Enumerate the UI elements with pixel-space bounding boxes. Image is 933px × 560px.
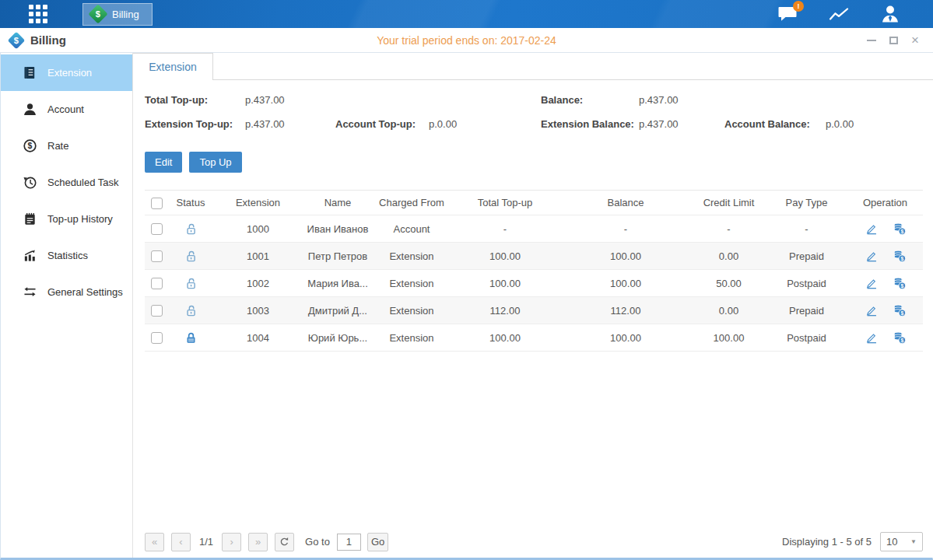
charged-from-cell: Extension — [373, 305, 451, 317]
name-cell: Юрий Юрь... — [303, 332, 373, 344]
svg-text:$: $ — [900, 256, 903, 262]
pay-type-cell: - — [766, 223, 847, 235]
tab-extension[interactable]: Extension — [133, 53, 213, 80]
action-buttons: Edit Top Up — [145, 152, 933, 173]
operation-cell: $ — [847, 249, 923, 263]
first-page-button[interactable]: « — [145, 533, 164, 551]
summary-label-extension-top-up: Extension Top-up: — [145, 118, 245, 130]
topup-extension-icon[interactable]: $ — [893, 249, 907, 263]
billing-app-icon: $ — [88, 4, 107, 23]
next-page-button[interactable]: › — [222, 533, 241, 551]
charged-from-cell: Extension — [373, 250, 451, 262]
statistics-icon — [23, 248, 37, 263]
rate-icon: $ — [23, 138, 37, 153]
top-up-button[interactable]: Top Up — [189, 152, 241, 173]
column-header-operation: Operation — [847, 197, 923, 208]
sidebar-item-extension[interactable]: Extension — [1, 54, 132, 91]
operation-cell: $ — [847, 331, 923, 345]
column-header-credit-limit: Credit Limit — [692, 197, 766, 208]
summary-label-account-top-up: Account Top-up: — [335, 118, 429, 130]
table-rows: 1000Иван ИвановAccount----$1001Петр Петр… — [145, 215, 923, 352]
summary-label-extension-balance: Extension Balance: — [541, 118, 639, 130]
maximize-button[interactable] — [889, 35, 898, 46]
extension-cell: 1000 — [213, 223, 303, 235]
edit-extension-icon[interactable] — [865, 303, 879, 317]
last-page-button[interactable]: » — [248, 533, 268, 551]
balance-summary: Total Top-up:p.437.00Balance:p.437.00Ext… — [145, 89, 933, 134]
edit-extension-icon[interactable] — [865, 222, 879, 236]
row-checkbox-cell — [145, 304, 168, 317]
status-cell — [168, 249, 213, 262]
window-title-group: $ Billing — [10, 33, 66, 47]
svg-text:$: $ — [900, 310, 903, 317]
extension-cell: 1003 — [213, 305, 303, 317]
table-row-extension-1000: 1000Иван ИвановAccount----$ — [145, 215, 923, 243]
sidebar-item-scheduled-task[interactable]: Scheduled Task — [1, 164, 132, 201]
extension-cell: 1001 — [213, 250, 303, 262]
topup-extension-icon[interactable]: $ — [893, 276, 907, 290]
taskbar-billing-tab[interactable]: $ Billing — [82, 3, 153, 26]
topup-extension-icon[interactable]: $ — [893, 331, 907, 345]
sidebar-item-statistics[interactable]: Statistics — [1, 237, 132, 274]
app-grid-icon[interactable] — [29, 5, 47, 23]
summary-label-account-balance: Account Balance: — [724, 118, 826, 130]
total-topup-cell: 112.00 — [451, 305, 559, 317]
operation-cell: $ — [847, 303, 923, 317]
row-checkbox[interactable] — [151, 250, 163, 262]
column-header-total-top-up: Total Top-up — [451, 197, 559, 208]
tab-strip: Extension — [133, 53, 933, 80]
topbar-icons: ! — [777, 5, 900, 23]
topup-extension-icon[interactable]: $ — [893, 222, 907, 236]
reports-chart-icon[interactable] — [829, 5, 849, 23]
edit-button[interactable]: Edit — [145, 152, 182, 173]
desktop-topbar: $ Billing ! — [0, 0, 933, 28]
general-settings-icon — [23, 285, 37, 299]
user-icon[interactable] — [880, 5, 900, 23]
screen: $ Billing ! $ Billing Your trial period … — [0, 0, 933, 560]
sidebar-item-general-settings[interactable]: General Settings — [1, 274, 132, 310]
balance-cell: 100.00 — [559, 250, 692, 262]
summary-label-balance: Balance: — [541, 94, 639, 106]
messages-icon[interactable]: ! — [777, 5, 798, 23]
sidebar-item-account[interactable]: Account — [1, 91, 132, 128]
row-checkbox[interactable] — [151, 223, 163, 235]
window-title: Billing — [30, 33, 66, 47]
dropdown-arrow-icon: ▼ — [910, 538, 917, 545]
balance-cell: 100.00 — [559, 278, 692, 289]
charged-from-cell: Extension — [373, 332, 451, 344]
edit-extension-icon[interactable] — [865, 331, 879, 345]
sidebar-item-top-up-history[interactable]: Top-up History — [1, 201, 132, 237]
column-header-name: Name — [303, 197, 373, 208]
minimize-button[interactable] — [867, 35, 876, 46]
billing-window-icon: $ — [8, 31, 26, 49]
edit-extension-icon[interactable] — [865, 276, 879, 290]
prev-page-button[interactable]: ‹ — [171, 533, 191, 551]
window-body: ExtensionAccount$RateScheduled TaskTop-u… — [0, 53, 933, 560]
sidebar-item-label: Top-up History — [47, 213, 113, 225]
edit-extension-icon[interactable] — [865, 249, 879, 263]
column-header-pay-type: Pay Type — [766, 197, 847, 208]
refresh-button[interactable] — [275, 533, 294, 551]
goto-page-input[interactable] — [337, 534, 361, 551]
svg-text:$: $ — [900, 283, 903, 289]
select-all-checkbox[interactable] — [151, 198, 163, 209]
credit-limit-cell: 50.00 — [692, 278, 766, 289]
topup-extension-icon[interactable]: $ — [893, 303, 907, 317]
go-button[interactable]: Go — [367, 533, 388, 551]
page-size-select[interactable]: 10 ▼ — [880, 532, 923, 551]
pay-type-cell: Postpaid — [766, 278, 847, 289]
pay-type-cell: Prepaid — [766, 305, 847, 317]
row-checkbox[interactable] — [151, 278, 163, 289]
row-checkbox[interactable] — [151, 305, 163, 317]
column-header-balance: Balance — [559, 197, 692, 208]
sidebar-item-rate[interactable]: $Rate — [1, 128, 132, 164]
tab-strip-filler — [213, 53, 933, 80]
sidebar-item-label: Rate — [47, 140, 68, 152]
row-checkbox[interactable] — [151, 332, 163, 344]
charged-from-cell: Account — [373, 223, 451, 235]
credit-limit-cell: - — [692, 223, 766, 235]
window-titlebar: $ Billing Your trial period ends on: 201… — [0, 28, 933, 53]
pagination-bar: « ‹ 1/1 › » Go to Go Displaying 1 - 5 of… — [145, 532, 923, 551]
charged-from-cell: Extension — [373, 278, 451, 289]
close-button[interactable]: × — [911, 35, 919, 46]
